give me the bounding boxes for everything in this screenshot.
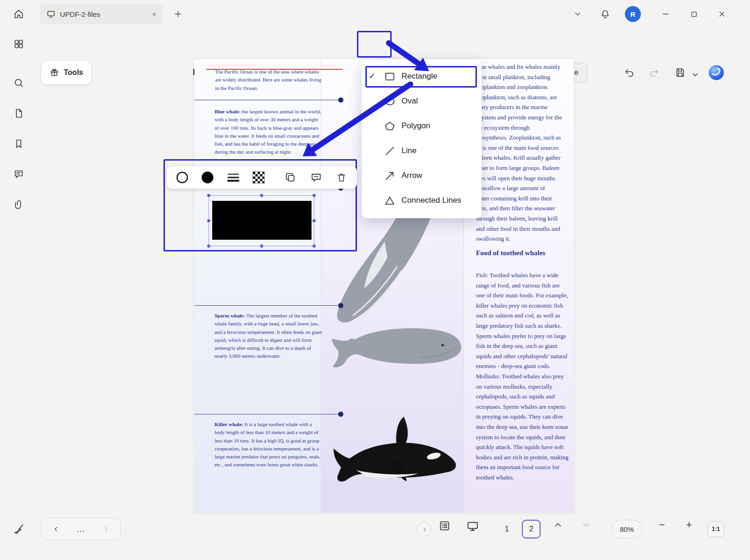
save-button[interactable] bbox=[670, 62, 691, 83]
zoom-out-button[interactable]: − bbox=[655, 520, 669, 530]
selection-handle-e[interactable] bbox=[312, 219, 316, 223]
tabs-dropdown-button[interactable] bbox=[569, 6, 586, 22]
selection-handle-ne[interactable] bbox=[312, 193, 316, 198]
selection-handle-se[interactable] bbox=[312, 244, 316, 248]
title-bar: UPDF-2-files R bbox=[0, 0, 750, 28]
home-icon bbox=[13, 8, 24, 20]
selection-handle-nw[interactable] bbox=[207, 193, 211, 198]
selected-rectangle-annotation[interactable] bbox=[208, 195, 314, 246]
close-window-button[interactable] bbox=[713, 6, 730, 22]
fish-paragraph: Fish: Toothed whales have a wide range o… bbox=[476, 270, 569, 371]
chevron-down-icon bbox=[573, 10, 582, 18]
maximize-icon bbox=[690, 10, 698, 18]
chevron-right-icon bbox=[102, 525, 110, 533]
comment-list-icon bbox=[13, 169, 24, 180]
previous-page-button[interactable] bbox=[553, 520, 563, 530]
page-1-label: 1 bbox=[505, 525, 509, 533]
sidebar-item-attachments[interactable] bbox=[8, 194, 29, 215]
chevron-down-icon bbox=[581, 520, 591, 530]
oval-icon bbox=[384, 95, 396, 107]
right-column-clipped-text: blue whales and fin whales mainly d on s… bbox=[476, 62, 572, 244]
save-dropdown[interactable] bbox=[692, 70, 698, 79]
selection-handle-s[interactable] bbox=[260, 244, 264, 248]
display-icon bbox=[466, 520, 479, 533]
bookmark-icon bbox=[13, 138, 24, 149]
new-tab-button[interactable] bbox=[170, 6, 186, 22]
section-connector-line bbox=[194, 100, 338, 100]
notifications-button[interactable] bbox=[597, 6, 614, 22]
menu-item-line[interactable]: Line bbox=[362, 138, 482, 163]
rectangle-icon bbox=[384, 70, 396, 82]
menu-item-connected-lines[interactable]: Connected Lines bbox=[362, 188, 482, 213]
menu-item-rectangle[interactable]: ✓ Rectangle bbox=[362, 64, 482, 88]
nav-back-button[interactable] bbox=[48, 521, 65, 538]
minimize-button[interactable] bbox=[657, 6, 674, 22]
killer-whale-title: Killer whale: bbox=[215, 421, 243, 427]
sidebar-item-thumbnails[interactable] bbox=[8, 103, 29, 124]
tools-label: Tools bbox=[64, 68, 83, 77]
rectangle-annotation-fill[interactable] bbox=[212, 201, 312, 240]
menu-item-polygon[interactable]: Polygon bbox=[362, 113, 482, 138]
sidebar-item-annotations[interactable] bbox=[8, 164, 29, 184]
sperm-whale-title: Sperm whale: bbox=[215, 313, 245, 318]
left-sidebar bbox=[0, 28, 37, 560]
menu-item-label: Oval bbox=[401, 96, 418, 106]
selection-handle-n[interactable] bbox=[260, 193, 264, 198]
ratio-label: 1:1 bbox=[712, 526, 720, 532]
stroke-color-icon bbox=[175, 170, 189, 184]
killer-whale-image bbox=[327, 414, 465, 491]
stroke-color-button[interactable] bbox=[174, 169, 190, 185]
minimize-icon bbox=[661, 10, 670, 18]
blue-whale-paragraph: Blue whale: the largest known animal in … bbox=[215, 108, 323, 156]
page-2-label: 2 bbox=[529, 525, 534, 533]
zoom-in-button[interactable]: + bbox=[682, 520, 696, 530]
opacity-button[interactable] bbox=[251, 169, 267, 185]
selection-handle-w[interactable] bbox=[207, 219, 211, 223]
actual-size-button[interactable]: 1:1 bbox=[707, 521, 724, 537]
document-tab-icon bbox=[46, 9, 56, 19]
tools-button[interactable]: Tools bbox=[41, 61, 91, 84]
document-tab-title: UPDF-2-files bbox=[60, 10, 149, 18]
redo-button[interactable] bbox=[644, 62, 664, 83]
blue-whale-title: Blue whale: bbox=[215, 109, 240, 114]
menu-item-arrow[interactable]: Arrow bbox=[362, 163, 482, 188]
redo-icon bbox=[648, 67, 660, 78]
menu-item-label: Polygon bbox=[401, 121, 430, 131]
line-width-icon bbox=[227, 171, 240, 184]
nav-forward-button[interactable] bbox=[97, 521, 114, 538]
more-options-button[interactable]: … bbox=[76, 524, 86, 534]
comment-button[interactable] bbox=[308, 169, 324, 185]
section-connector-line bbox=[194, 414, 338, 414]
duplicate-button[interactable] bbox=[282, 169, 298, 185]
page-icon bbox=[13, 108, 24, 119]
page-number-2-current[interactable]: 2 bbox=[522, 520, 541, 538]
reader-mode-button[interactable] bbox=[466, 520, 479, 533]
close-icon bbox=[718, 10, 726, 18]
updf-window: UPDF-2-files R bbox=[0, 0, 750, 560]
page-number-1[interactable]: 1 bbox=[498, 520, 516, 538]
expand-panel-button[interactable] bbox=[417, 522, 431, 537]
account-avatar[interactable]: R bbox=[625, 6, 641, 22]
next-page-button[interactable] bbox=[581, 520, 591, 530]
selection-handle-sw[interactable] bbox=[207, 244, 211, 248]
undo-button[interactable] bbox=[619, 62, 640, 83]
delete-button[interactable] bbox=[334, 169, 349, 185]
page-thumbnails-button[interactable] bbox=[438, 520, 451, 532]
line-width-button[interactable] bbox=[225, 169, 241, 185]
unsaved-indicator-dot bbox=[153, 13, 156, 16]
document-tab[interactable]: UPDF-2-files bbox=[40, 4, 163, 24]
menu-item-label: Rectangle bbox=[401, 72, 438, 81]
plus-icon bbox=[173, 9, 183, 19]
zoom-level[interactable]: 80% bbox=[611, 520, 642, 538]
fill-color-button[interactable] bbox=[200, 169, 215, 185]
sidebar-item-bookmarks[interactable] bbox=[8, 133, 29, 154]
opacity-checkerboard-icon bbox=[252, 171, 265, 184]
maximize-button[interactable] bbox=[685, 6, 702, 22]
paperclip-icon bbox=[13, 199, 24, 210]
ai-assistant-button[interactable] bbox=[707, 64, 725, 83]
section-connector-line bbox=[194, 305, 338, 306]
menu-item-oval[interactable]: Oval bbox=[362, 88, 482, 113]
section-connector-dot bbox=[338, 97, 343, 103]
home-button[interactable] bbox=[10, 6, 27, 22]
sidebar-item-search[interactable] bbox=[8, 73, 29, 93]
